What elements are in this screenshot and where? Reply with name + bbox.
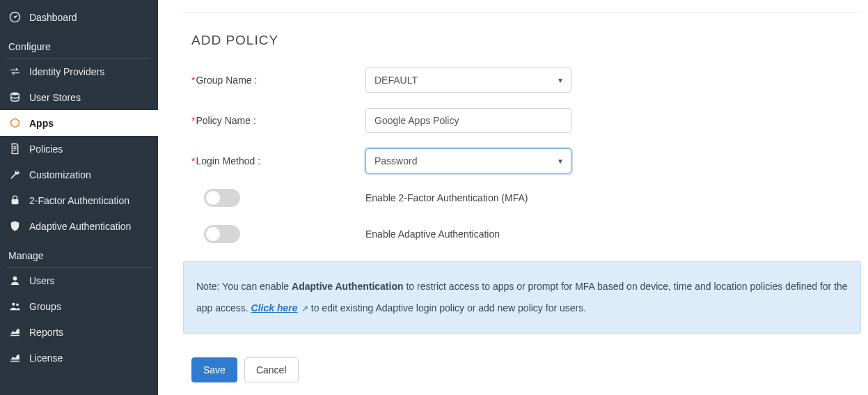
sidebar-item-users[interactable]: Users (0, 268, 158, 293)
sidebar-item-label: License (29, 353, 63, 364)
svg-rect-3 (11, 199, 18, 204)
sidebar-item-customization[interactable]: Customization (0, 162, 158, 187)
svg-point-5 (12, 303, 15, 306)
sidebar-item-apps[interactable]: Apps (0, 110, 158, 136)
sidebar-item-groups[interactable]: Groups (0, 293, 158, 319)
sidebar-item-label: Identity Providers (29, 66, 104, 77)
row-group-name: *Group Name : DEFAULT ▼ (191, 68, 861, 93)
top-divider (183, 13, 861, 13)
sidebar-section-configure: Configure (0, 34, 158, 58)
sidebar-section-manage: Manage (0, 243, 158, 267)
select-value: Password (374, 155, 417, 166)
sidebar-item-dashboard[interactable]: Dashboard (0, 4, 158, 30)
sidebar-item-adaptive-auth[interactable]: Adaptive Authentication (0, 213, 158, 239)
database-icon (8, 91, 21, 103)
sidebar: Dashboard Configure Identity Providers U… (0, 0, 158, 395)
svg-point-4 (13, 277, 17, 281)
sidebar-item-policies[interactable]: Policies (0, 136, 158, 162)
sidebar-item-label: User Stores (29, 92, 81, 103)
label-login-method: *Login Method : (191, 155, 365, 166)
chevron-down-icon: ▼ (557, 77, 564, 84)
chart-area-icon (8, 326, 21, 338)
document-icon (8, 143, 21, 155)
cancel-button[interactable]: Cancel (244, 357, 299, 382)
users-group-icon (8, 300, 21, 312)
sidebar-item-label: Apps (29, 118, 54, 129)
sidebar-item-identity-providers[interactable]: Identity Providers (0, 59, 158, 84)
sidebar-item-reports[interactable]: Reports (0, 319, 158, 345)
label-policy-name: *Policy Name : (191, 115, 365, 126)
main-content: ADD POLICY *Group Name : DEFAULT ▼ *Poli… (158, 0, 868, 395)
shield-icon (8, 220, 21, 232)
sidebar-item-license[interactable]: License (0, 345, 158, 371)
label-enable-mfa: Enable 2-Factor Authentication (MFA) (365, 192, 528, 203)
row-policy-name: *Policy Name : (191, 108, 861, 133)
sidebar-item-label: Groups (29, 301, 61, 312)
sidebar-item-label: Users (29, 275, 55, 286)
select-login-method[interactable]: Password ▼ (365, 148, 571, 173)
sidebar-item-label: Customization (29, 169, 91, 180)
row-enable-adaptive: Enable Adaptive Authentication (191, 225, 861, 243)
input-policy-name[interactable] (365, 108, 571, 133)
svg-point-2 (10, 92, 18, 95)
note-text-suffix: to edit existing Adaptive login policy o… (308, 302, 586, 313)
external-link-icon: ↗ (299, 304, 308, 313)
sidebar-item-label: Policies (29, 144, 63, 155)
save-button[interactable]: Save (191, 357, 237, 382)
sidebar-item-label: Adaptive Authentication (29, 221, 131, 232)
user-icon (8, 274, 21, 286)
sidebar-item-user-stores[interactable]: User Stores (0, 84, 158, 110)
chevron-down-icon: ▼ (557, 157, 564, 165)
adaptive-note: Note: You can enable Adaptive Authentica… (183, 261, 861, 334)
note-text-prefix: Note: You can enable (196, 281, 292, 292)
select-group-name[interactable]: DEFAULT ▼ (365, 68, 571, 93)
sidebar-item-2fa[interactable]: 2-Factor Authentication (0, 187, 158, 213)
row-enable-mfa: Enable 2-Factor Authentication (MFA) (191, 189, 861, 207)
chart-area-icon (8, 352, 21, 364)
toggle-enable-mfa[interactable] (204, 189, 240, 207)
note-bold: Adaptive Authentication (292, 281, 404, 292)
row-login-method: *Login Method : Password ▼ (191, 148, 861, 173)
note-link-click-here[interactable]: Click here (251, 302, 298, 313)
wrench-icon (8, 169, 21, 180)
button-row: Save Cancel (191, 357, 861, 382)
toggle-enable-adaptive[interactable] (204, 225, 240, 243)
sidebar-item-label: 2-Factor Authentication (29, 195, 129, 206)
label-enable-adaptive: Enable Adaptive Authentication (365, 229, 500, 240)
cube-icon (8, 117, 21, 129)
gauge-icon (8, 11, 21, 23)
select-value: DEFAULT (374, 75, 418, 86)
add-policy-form: *Group Name : DEFAULT ▼ *Policy Name : *… (191, 68, 861, 243)
arrows-horizontal-icon (8, 65, 21, 77)
sidebar-item-label: Reports (29, 327, 63, 338)
lock-icon (8, 194, 21, 206)
label-group-name: *Group Name : (191, 75, 365, 86)
svg-point-1 (14, 16, 16, 18)
page-title: ADD POLICY (191, 33, 861, 48)
sidebar-item-label: Dashboard (29, 12, 77, 23)
svg-point-6 (16, 304, 19, 307)
